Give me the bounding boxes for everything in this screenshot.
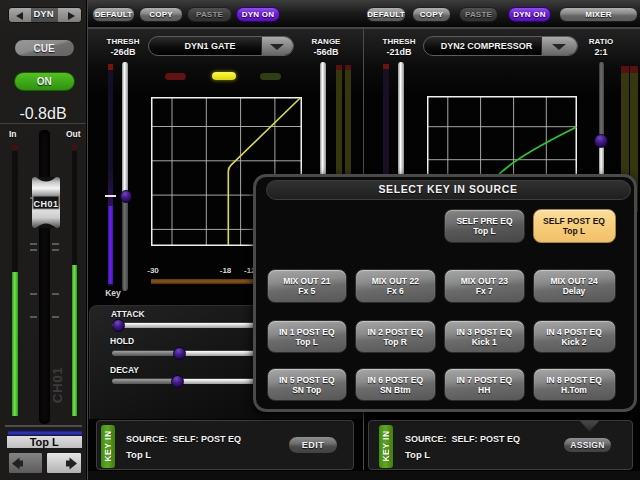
svg-text:CH01: CH01 xyxy=(33,199,58,209)
